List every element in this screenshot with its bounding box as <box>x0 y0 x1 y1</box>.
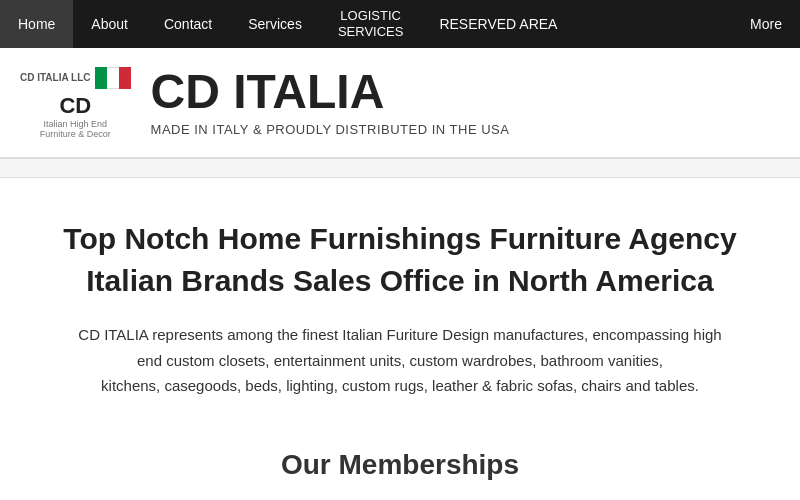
italian-flag <box>95 67 131 89</box>
hero-section: Top Notch Home Furnishings Furniture Age… <box>0 178 800 419</box>
memberships-title: Our Memberships <box>20 449 780 481</box>
flag-red <box>119 67 131 89</box>
nav-more[interactable]: More <box>732 0 800 48</box>
brand-name: CD ITALIA <box>151 68 510 116</box>
section-divider <box>0 158 800 178</box>
flag-white <box>107 67 119 89</box>
hero-description: CD ITALIA represents among the finest It… <box>60 322 740 399</box>
logistic-line2: SERVICES <box>338 24 404 40</box>
logo-flag-box: CD ITALIA LLC <box>20 67 131 89</box>
nav-contact[interactable]: Contact <box>146 0 230 48</box>
cd-logo: CD <box>59 93 91 119</box>
nav-home[interactable]: Home <box>0 0 73 48</box>
hero-desc-line2: end custom closets, entertainment units,… <box>137 352 663 369</box>
memberships-section: Our Memberships <box>0 419 800 481</box>
hero-desc-line1: CD ITALIA represents among the finest It… <box>78 326 721 343</box>
company-code: CD ITALIA LLC <box>20 72 91 83</box>
brand-area: CD ITALIA MADE IN ITALY & PROUDLY DISTRI… <box>151 68 510 137</box>
hero-title-line1: Top Notch Home Furnishings Furniture Age… <box>63 222 736 255</box>
flag-green <box>95 67 107 89</box>
nav-reserved-area[interactable]: RESERVED AREA <box>421 0 575 48</box>
nav-services[interactable]: Services <box>230 0 320 48</box>
hero-title-line2: Italian Brands Sales Office in North Ame… <box>86 264 713 297</box>
main-navigation: Home About Contact Services LOGISTIC SER… <box>0 0 800 48</box>
logo-caption: Italian High End Furniture & Decor <box>25 119 125 139</box>
logistic-line1: LOGISTIC <box>340 8 401 24</box>
logo-area: CD ITALIA LLC CD Italian High End Furnit… <box>20 67 131 139</box>
brand-tagline: MADE IN ITALY & PROUDLY DISTRIBUTED IN T… <box>151 122 510 137</box>
nav-about[interactable]: About <box>73 0 146 48</box>
site-header: CD ITALIA LLC CD Italian High End Furnit… <box>0 48 800 158</box>
hero-desc-line3: kitchens, casegoods, beds, lighting, cus… <box>101 377 699 394</box>
hero-title: Top Notch Home Furnishings Furniture Age… <box>60 218 740 302</box>
nav-logistic-services[interactable]: LOGISTIC SERVICES <box>320 0 422 48</box>
